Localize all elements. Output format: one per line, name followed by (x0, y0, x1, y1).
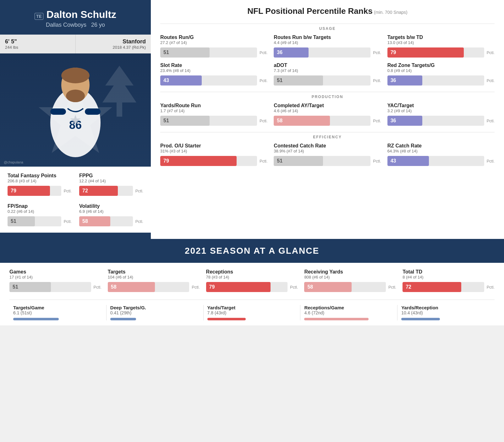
metric-value-usage-0: 27.2 (#7 of 14) (160, 40, 267, 45)
metric-name-usage-2: Targets b/w TD (387, 35, 495, 40)
season-pctl-3: 58 (307, 284, 313, 290)
metric-bar-container-usage-0: 51 (160, 47, 257, 58)
metric-bar-fill-efficiency-2: 43 (387, 156, 429, 166)
volatility-pctl: 58 (82, 218, 88, 224)
metric-bar-row-usage-2: 79 Pctl. (387, 47, 495, 58)
per-game-grid: Targets/Game 6.1 (51st) Deep Targets/G. … (9, 300, 495, 320)
season-stat-2: Receptions 78 (#3 of 14) 79 Pctl. (206, 269, 298, 292)
per-game-label-0: Targets/Game (13, 305, 102, 310)
metric-item-efficiency-2: RZ Catch Rate 64.3% (#8 of 14) 43 Pctl. (387, 143, 495, 166)
total-fp-value: 206.8 (8, 179, 18, 183)
player-college: Stanford (81, 38, 146, 45)
season-bar-row-2: 79 Pctl. (206, 282, 298, 292)
metric-bar-fill-usage-4: 51 (274, 75, 323, 86)
metric-item-production-2: YAC/Target 3.2 (#9 of 14) 36 Pctl. (387, 103, 495, 126)
season-bar-row-3: 58 Pctl. (304, 282, 396, 292)
player-name: Dalton Schultz (47, 9, 116, 20)
metric-name-usage-3: Slot Rate (160, 63, 267, 68)
season-stat-sub-3: 808 (#6 of 14) (304, 275, 396, 279)
metric-pctl-efficiency-0: 79 (163, 158, 169, 164)
metric-bar-fill-production-2: 36 (387, 116, 422, 126)
fpsnap-value-rank: 0.22 (#6 of 14) (8, 209, 72, 214)
metric-pctl-label-efficiency-0: Pctl. (260, 159, 267, 163)
player-stats-bar: 6' 5" 244 lbs Stanford 2018 4.37 (Rd.Pk) (0, 35, 151, 53)
right-panel: NFL Positional Percentile Ranks (min. 70… (151, 0, 504, 239)
metric-name-efficiency-0: Prod. O/U Starter (160, 143, 267, 149)
metric-bar-fill-usage-0: 51 (160, 47, 210, 58)
fpsnap-value: 0.22 (8, 209, 15, 214)
player-height: 6' 5" (5, 38, 70, 45)
metric-bar-row-production-2: 36 Pctl. (387, 116, 495, 126)
metric-pctl-label-usage-0: Pctl. (260, 50, 267, 55)
season-stat-label-2: Receptions (206, 269, 298, 275)
season-pctl-1: 58 (111, 284, 117, 290)
season-pctl-0: 51 (13, 284, 18, 290)
fpsnap-stat: FP/Snap 0.22 (#6 of 14) 51 Pctl. (8, 203, 72, 226)
metric-bar-container-usage-5: 36 (387, 75, 484, 86)
production-section-label: PRODUCTION (160, 95, 495, 99)
metric-pctl-usage-4: 51 (277, 78, 282, 83)
season-stat-label-1: Targets (108, 269, 200, 275)
metric-bar-fill-usage-5: 36 (387, 75, 422, 86)
fpsnap-pctl: 51 (11, 218, 16, 224)
metric-name-usage-0: Routes Run/G (160, 35, 267, 40)
metric-bar-fill-efficiency-0: 79 (160, 156, 237, 166)
metric-pctl-label-usage-1: Pctl. (373, 50, 381, 55)
metric-item-usage-1: Routes Run b/w Targets 4.4 (#9 of 14) 36… (274, 35, 381, 58)
metric-pctl-usage-5: 36 (391, 78, 396, 83)
fppg-bar-fill: 72 (79, 186, 118, 196)
usage-section-label: USAGE (160, 26, 495, 31)
metric-bar-row-efficiency-1: 51 Pctl. (274, 156, 381, 166)
per-game-item-1: Deep Targets/G. 0.41 (29th) (107, 305, 204, 320)
metric-pctl-efficiency-2: 43 (391, 158, 396, 164)
metric-bar-fill-production-0: 51 (160, 116, 210, 126)
metric-pctl-label-production-0: Pctl. (260, 119, 267, 123)
fppg-bar-container: 72 (79, 186, 133, 196)
main-container: TE Dalton Schultz Dallas Cowboys 26 yo 6… (0, 0, 504, 325)
fppg-label: FPPG (79, 173, 143, 179)
per-game-value-3: 4.6 (72nd) (304, 310, 393, 315)
metric-item-usage-2: Targets b/w TD 13.0 (#3 of 14) 79 Pctl. (387, 35, 495, 58)
metric-name-efficiency-1: Contested Catch Rate (274, 143, 381, 149)
left-panel: TE Dalton Schultz Dallas Cowboys 26 yo 6… (0, 0, 151, 239)
player-position-name: TE Dalton Schultz (35, 9, 116, 20)
metric-bar-fill-usage-2: 79 (387, 47, 464, 58)
metric-value-efficiency-2: 64.3% (#8 of 14) (387, 149, 495, 153)
usage-metrics-grid: Routes Run/G 27.2 (#7 of 14) 51 Pctl. Ro… (160, 35, 495, 86)
season-pctl-label-1: Pctl. (192, 285, 200, 290)
metric-bar-row-usage-4: 51 Pctl. (274, 75, 381, 86)
season-stat-sub-0: 17 (#1 of 14) (9, 275, 101, 279)
season-bar-container-4: 72 (403, 282, 484, 292)
season-pctl-4: 72 (406, 284, 411, 290)
volatility-value: 6.9 (79, 209, 85, 214)
metric-name-usage-5: Red Zone Targets/G (387, 63, 495, 68)
metric-pctl-label-efficiency-1: Pctl. (373, 159, 381, 163)
metric-bar-row-usage-0: 51 Pctl. (160, 47, 267, 58)
season-stat-sub-1: 104 (#6 of 14) (108, 275, 200, 279)
metric-name-production-2: YAC/Target (387, 103, 495, 108)
metric-pctl-label-efficiency-2: Pctl. (487, 159, 495, 163)
season-pctl-label-0: Pctl. (94, 285, 101, 290)
metric-bar-row-production-1: 58 Pctl. (274, 116, 381, 126)
bottom-section: Games 17 (#1 of 14) 51 Pctl. Targets 104… (0, 263, 504, 325)
metric-bar-row-usage-1: 36 Pctl. (274, 47, 381, 58)
efficiency-metrics-grid: Prod. O/U Starter 31% (#3 of 14) 79 Pctl… (160, 143, 495, 166)
volatility-rank: (#6 of 14) (86, 209, 104, 214)
metric-pctl-label-usage-3: Pctl. (260, 78, 267, 83)
volatility-value-rank: 6.9 (#6 of 14) (79, 209, 143, 214)
season-stats-grid: Games 17 (#1 of 14) 51 Pctl. Targets 104… (9, 269, 495, 292)
metric-name-production-0: Yards/Route Run (160, 103, 267, 108)
metric-value-usage-5: 0.8 (#9 of 14) (387, 68, 495, 73)
metric-bar-fill-production-1: 58 (274, 116, 330, 126)
metric-pctl-usage-3: 43 (163, 78, 169, 83)
fpsnap-bar-fill: 51 (8, 216, 35, 226)
season-bar-container-1: 58 (108, 282, 189, 292)
metric-bar-container-usage-2: 79 (387, 47, 484, 58)
metric-pctl-efficiency-1: 51 (277, 158, 282, 164)
production-divider (160, 92, 495, 92)
fpsnap-bar-row: 51 Pctl. (8, 216, 72, 226)
per-game-value-2: 7.8 (43rd) (207, 310, 297, 315)
fpsnap-rank: (#6 of 14) (17, 209, 34, 214)
total-fp-stat: Total Fantasy Points 206.8 (#3 of 14) 79… (8, 173, 72, 196)
volatility-label: Volatility (79, 203, 143, 209)
